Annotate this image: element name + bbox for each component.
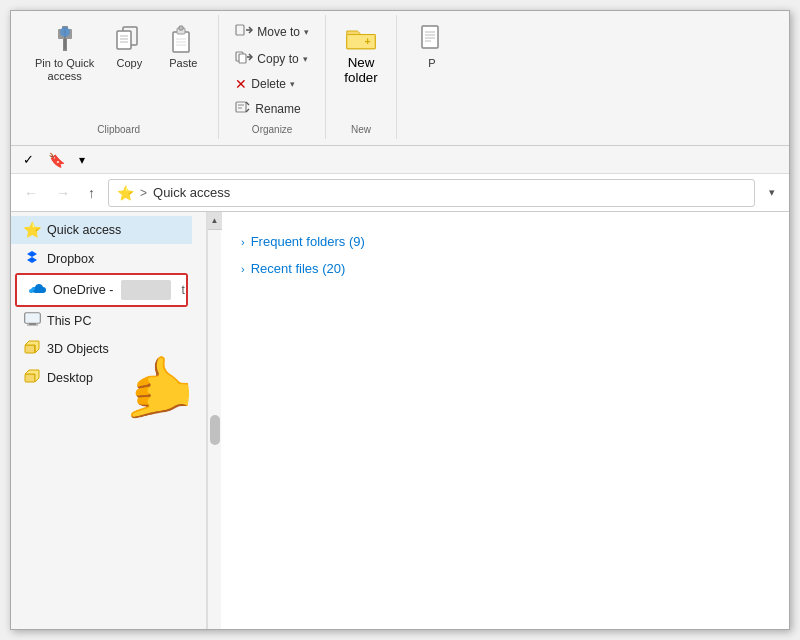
copy-to-dropdown: ▾ <box>303 54 308 64</box>
delete-button[interactable]: ✕ Delete ▾ <box>229 73 315 95</box>
address-dropdown-button[interactable]: ▾ <box>763 183 781 202</box>
forward-button[interactable]: → <box>51 182 75 204</box>
properties-label: P <box>428 57 435 70</box>
recent-files-chevron: › <box>241 263 245 275</box>
sidebar-item-this-pc[interactable]: This PC <box>11 307 192 334</box>
copy-label: Copy <box>116 57 142 70</box>
paste-button[interactable]: Paste <box>158 19 208 74</box>
frequent-folders-chevron: › <box>241 236 245 248</box>
sidebar-item-label: Desktop <box>47 371 93 385</box>
properties-icon <box>416 23 448 55</box>
scroll-thumb <box>210 415 220 445</box>
qat-bookmark[interactable]: 🔖 <box>44 150 69 170</box>
svg-rect-41 <box>25 374 35 382</box>
sidebar-item-3d-objects[interactable]: 3D Objects <box>11 334 192 363</box>
svg-rect-16 <box>236 25 244 35</box>
organize-group: Move to ▾ Copy to ▾ <box>219 15 326 139</box>
dropbox-icon <box>23 249 41 268</box>
copy-to-icon <box>235 49 253 68</box>
frequent-folders-section[interactable]: › Frequent folders (9) <box>241 228 769 255</box>
scroll-up-button[interactable]: ▲ <box>208 212 222 230</box>
sidebar-item-onedrive[interactable]: OneDrive - t <box>17 275 186 305</box>
sidebar-item-quick-access[interactable]: ⭐ Quick access <box>11 216 192 244</box>
address-bar: ← → ↑ ⭐ > Quick access ▾ <box>11 174 789 212</box>
main-area: ⭐ Quick access Dropbox <box>11 212 789 629</box>
new-folder-icon: + <box>345 23 377 55</box>
move-to-icon <box>235 22 253 41</box>
new-folder-label: New folder <box>344 55 377 85</box>
clipboard-group-label: Clipboard <box>97 120 140 135</box>
rename-button[interactable]: Rename <box>229 97 315 120</box>
clipboard-group: Pin to Quick access Copy <box>19 15 219 139</box>
quick-access-toolbar: ✓ 🔖 ▾ <box>11 146 789 174</box>
properties-button[interactable]: P <box>407 19 457 74</box>
content-pane: › Frequent folders (9) › Recent files (2… <box>221 212 789 629</box>
organize-group-label: Organize <box>229 120 315 135</box>
onedrive-highlight-box: OneDrive - t <box>15 273 188 307</box>
sidebar-item-label: OneDrive - <box>53 283 113 297</box>
rename-label: Rename <box>255 102 300 116</box>
svg-rect-36 <box>25 313 40 323</box>
recent-files-label: Recent files (20) <box>251 261 346 276</box>
recent-files-section[interactable]: › Recent files (20) <box>241 255 769 282</box>
3d-objects-icon <box>23 339 41 358</box>
up-button[interactable]: ↑ <box>83 182 100 204</box>
address-path-text: Quick access <box>153 185 230 200</box>
quick-access-icon: ⭐ <box>23 221 41 239</box>
pin-icon <box>49 23 81 55</box>
svg-rect-21 <box>236 102 246 112</box>
move-to-button[interactable]: Move to ▾ <box>229 19 315 44</box>
svg-rect-12 <box>179 26 183 30</box>
sidebar-item-desktop[interactable]: Desktop <box>11 363 192 392</box>
new-group-label: New <box>351 120 371 135</box>
sidebar-item-label: Dropbox <box>47 252 94 266</box>
svg-rect-39 <box>25 345 35 353</box>
sidebar-scrollbar[interactable]: ▲ <box>207 212 221 629</box>
svg-rect-28 <box>422 26 438 48</box>
copy-button[interactable]: Copy <box>104 19 154 74</box>
sidebar-item-label: 3D Objects <box>47 342 109 356</box>
delete-icon: ✕ <box>235 76 247 92</box>
onedrive-partial-char: t <box>181 283 184 297</box>
delete-label: Delete <box>251 77 286 91</box>
delete-dropdown: ▾ <box>290 79 295 89</box>
back-button[interactable]: ← <box>19 182 43 204</box>
copy-to-button[interactable]: Copy to ▾ <box>229 46 315 71</box>
paste-label: Paste <box>169 57 197 70</box>
pin-to-quick-label: Pin to Quick access <box>35 57 94 83</box>
new-folder-button[interactable]: + New folder <box>336 19 386 89</box>
rename-icon <box>235 100 251 117</box>
qat-checkmark[interactable]: ✓ <box>19 150 38 169</box>
paste-icon <box>167 23 199 55</box>
svg-marker-33 <box>27 251 37 263</box>
this-pc-icon <box>23 312 41 329</box>
sidebar-item-label: This PC <box>47 314 91 328</box>
copy-to-label: Copy to <box>257 52 298 66</box>
svg-point-4 <box>60 27 70 37</box>
svg-rect-26 <box>347 35 375 49</box>
onedrive-partial-text <box>121 280 171 300</box>
copy-icon <box>113 23 145 55</box>
new-group: + New folder New <box>326 15 397 139</box>
desktop-icon <box>23 368 41 387</box>
sidebar-item-label: Quick access <box>47 223 121 237</box>
address-field[interactable]: ⭐ > Quick access <box>108 179 755 207</box>
onedrive-icon <box>29 282 47 299</box>
clipboard-buttons: Pin to Quick access Copy <box>29 19 208 120</box>
pin-to-quick-button[interactable]: Pin to Quick access <box>29 19 100 87</box>
move-to-label: Move to <box>257 25 300 39</box>
properties-group: P <box>397 15 467 139</box>
ribbon: Pin to Quick access Copy <box>11 11 789 146</box>
frequent-folders-label: Frequent folders (9) <box>251 234 365 249</box>
sidebar: ⭐ Quick access Dropbox <box>11 212 207 629</box>
qat-dropdown[interactable]: ▾ <box>75 151 89 169</box>
svg-rect-19 <box>239 54 246 63</box>
quick-access-star-icon: ⭐ <box>117 185 134 201</box>
move-to-dropdown: ▾ <box>304 27 309 37</box>
sidebar-item-dropbox[interactable]: Dropbox <box>11 244 192 273</box>
svg-rect-6 <box>117 31 131 49</box>
breadcrumb-separator: > <box>140 186 147 200</box>
svg-text:+: + <box>365 35 371 47</box>
